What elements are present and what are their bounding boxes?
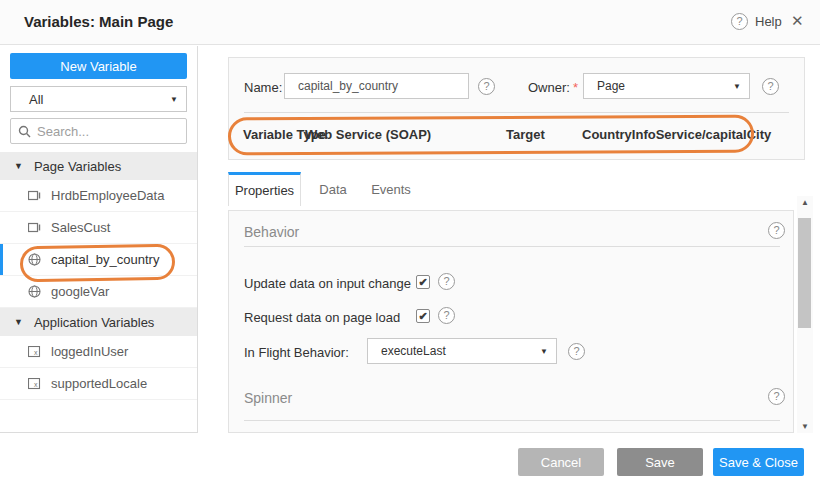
globe-icon [28, 253, 41, 266]
variable-label: capital_by_country [51, 252, 159, 267]
variable-filter-select[interactable]: All ▼ [10, 86, 187, 112]
sidebar-item-googlevar[interactable]: googleVar [0, 276, 197, 308]
service-icon [28, 190, 41, 202]
svg-text:x: x [34, 349, 38, 356]
collapse-caret-icon: ▼ [14, 317, 23, 327]
local-storage-icon: x [28, 346, 41, 358]
behavior-section-title: Behavior [244, 224, 299, 240]
variables-sidebar: New Variable All ▼ ▼ Page Variables Hrdb… [0, 46, 198, 433]
in-flight-label: In Flight Behavior: [244, 345, 349, 360]
sidebar-item-hrdbemployeedata[interactable]: HrdbEmployeeData [0, 180, 197, 212]
collapse-caret-icon: ▼ [14, 161, 23, 171]
name-help-icon[interactable]: ? [478, 78, 495, 95]
variable-label: loggedInUser [51, 344, 128, 359]
update-on-input-checkbox[interactable]: ✔ [416, 275, 430, 289]
save-button[interactable]: Save [617, 448, 703, 476]
chevron-down-icon: ▼ [170, 95, 178, 104]
cancel-button[interactable]: Cancel [518, 448, 604, 476]
close-icon[interactable]: ✕ [791, 12, 804, 30]
tab-properties[interactable]: Properties [228, 172, 301, 206]
new-variable-button[interactable]: New Variable [10, 53, 187, 79]
svg-text:x: x [34, 381, 38, 388]
behavior-help-icon[interactable]: ? [768, 222, 785, 239]
service-icon [28, 222, 41, 234]
spinner-section-title: Spinner [244, 390, 292, 406]
tab-events[interactable]: Events [366, 172, 416, 206]
sidebar-item-salescust[interactable]: SalesCust [0, 212, 197, 244]
request-on-load-checkbox[interactable]: ✔ [416, 309, 430, 323]
in-flight-help-icon[interactable]: ? [568, 343, 585, 360]
sidebar-item-capital-by-country[interactable]: capital_by_country [0, 244, 197, 276]
owner-help-icon[interactable]: ? [762, 78, 779, 95]
form-divider [244, 112, 789, 113]
help-button[interactable]: ? Help [731, 13, 782, 30]
variable-label: supportedLocale [51, 376, 147, 391]
help-question-icon: ? [731, 13, 748, 30]
owner-label: Owner:* [528, 80, 578, 95]
sidebar-item-loggedinuser[interactable]: x loggedInUser [0, 336, 197, 368]
filter-value: All [29, 92, 43, 107]
save-and-close-button[interactable]: Save & Close [713, 448, 804, 476]
variable-label: SalesCust [51, 220, 110, 235]
local-storage-icon: x [28, 378, 41, 390]
variable-type-value: Web Service (SOAP) [305, 127, 431, 142]
update-on-input-label: Update data on input change [244, 276, 411, 291]
section-label: Application Variables [34, 315, 154, 330]
chevron-down-icon: ▼ [540, 347, 548, 356]
variable-label: HrdbEmployeeData [51, 188, 164, 203]
scroll-up-icon[interactable]: ▲ [800, 198, 810, 207]
help-label: Help [755, 14, 782, 29]
request-on-load-help-icon[interactable]: ? [438, 307, 455, 324]
chevron-down-icon: ▼ [733, 82, 741, 91]
in-flight-value: executeLast [381, 344, 446, 358]
section-application-variables[interactable]: ▼ Application Variables [0, 308, 197, 336]
spinner-help-icon[interactable]: ? [768, 388, 785, 405]
tab-data[interactable]: Data [312, 172, 354, 206]
section-label: Page Variables [34, 159, 121, 174]
scroll-down-icon[interactable]: ▼ [800, 422, 810, 431]
owner-select[interactable]: Page ▼ [583, 73, 750, 99]
panel-scrollbar[interactable]: ▲ ▼ [797, 196, 813, 433]
page-title: Variables: Main Page [24, 13, 173, 30]
sidebar-item-supportedlocale[interactable]: x supportedLocale [0, 368, 197, 400]
owner-value: Page [597, 79, 625, 93]
update-on-input-help-icon[interactable]: ? [438, 273, 455, 290]
request-on-load-label: Request data on page load [244, 310, 400, 325]
target-label: Target [506, 127, 545, 142]
in-flight-select[interactable]: executeLast ▼ [367, 338, 557, 364]
name-input[interactable] [284, 73, 469, 99]
scrollbar-thumb[interactable] [798, 218, 811, 328]
spinner-divider [244, 420, 780, 421]
target-value: CountryInfoService/capitalCity [582, 127, 771, 142]
search-input[interactable] [37, 124, 167, 139]
section-page-variables[interactable]: ▼ Page Variables [0, 152, 197, 180]
required-asterisk: * [573, 80, 578, 95]
globe-icon [28, 285, 41, 298]
variable-label: googleVar [51, 284, 109, 299]
search-icon [18, 125, 31, 138]
behavior-divider [244, 246, 780, 247]
search-box[interactable] [10, 118, 187, 144]
